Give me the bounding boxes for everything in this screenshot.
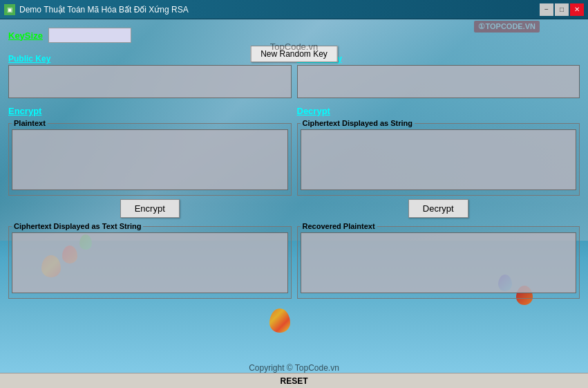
title-bar-controls: − □ ✕ xyxy=(540,3,584,16)
recovered-group: Recovered Plaintext xyxy=(297,222,580,299)
public-key-textarea[interactable] xyxy=(8,65,292,98)
keysize-row: KeySize xyxy=(8,28,580,43)
public-key-section: Public Key xyxy=(8,54,292,100)
new-random-button[interactable]: New Random Key xyxy=(250,46,338,62)
encrypt-btn-row: Encrypt xyxy=(8,199,292,218)
private-key-label: Private Key xyxy=(297,54,580,64)
ciphertext-string-group: Ciphertext Displayed as String xyxy=(297,119,580,196)
public-key-label: Public Key xyxy=(8,54,292,64)
keysize-label: KeySize xyxy=(8,30,43,41)
content-panel: KeySize New Random Key Public Key Privat… xyxy=(0,19,588,388)
decrypt-section: Decrypt Ciphertext Displayed as String D… xyxy=(297,106,580,302)
enc-dec-row: Encrypt Plaintext Encrypt Ciphertext Dis… xyxy=(8,106,580,302)
reset-bar: RESET xyxy=(0,373,588,388)
plaintext-textarea[interactable] xyxy=(12,129,288,190)
reset-button[interactable]: RESET xyxy=(280,376,307,386)
decrypt-button[interactable]: Decrypt xyxy=(408,199,468,218)
minimize-button[interactable]: − xyxy=(540,3,553,16)
main-area: TopCode.vn ①TOPCODE.VN KeySize New Rando… xyxy=(0,19,588,388)
encrypt-section: Encrypt Plaintext Encrypt Ciphertext Dis… xyxy=(8,106,292,302)
keysize-input[interactable] xyxy=(48,28,131,43)
ciphertext-text-legend: Ciphertext Displayed as Text String xyxy=(12,222,143,230)
encrypt-button[interactable]: Encrypt xyxy=(120,199,180,218)
recovered-textarea[interactable] xyxy=(301,232,577,293)
decrypt-title: Decrypt xyxy=(297,106,580,116)
maximize-button[interactable]: □ xyxy=(555,3,569,16)
copyright: Copyright © TopCode.vn xyxy=(0,363,588,373)
private-key-section: Private Key xyxy=(297,54,580,100)
ciphertext-text-textarea[interactable] xyxy=(12,232,288,293)
plaintext-legend: Plaintext xyxy=(12,119,48,127)
ciphertext-string-textarea[interactable] xyxy=(301,129,577,190)
recovered-legend: Recovered Plaintext xyxy=(301,222,377,230)
private-key-textarea[interactable] xyxy=(297,65,580,98)
ciphertext-text-group: Ciphertext Displayed as Text String xyxy=(8,222,292,299)
plaintext-group: Plaintext xyxy=(8,119,292,196)
window-title: Demo Thuật Toán Mã Hóa Bất Đối Xứng RSA xyxy=(19,5,189,15)
close-button[interactable]: ✕ xyxy=(570,3,584,16)
app-icon: ▣ xyxy=(4,4,15,15)
title-bar: ▣ Demo Thuật Toán Mã Hóa Bất Đối Xứng RS… xyxy=(0,0,588,19)
ciphertext-string-legend: Ciphertext Displayed as String xyxy=(301,119,415,127)
decrypt-btn-row: Decrypt xyxy=(297,199,580,218)
title-bar-left: ▣ Demo Thuật Toán Mã Hóa Bất Đối Xứng RS… xyxy=(4,4,189,15)
encrypt-title: Encrypt xyxy=(8,106,292,116)
